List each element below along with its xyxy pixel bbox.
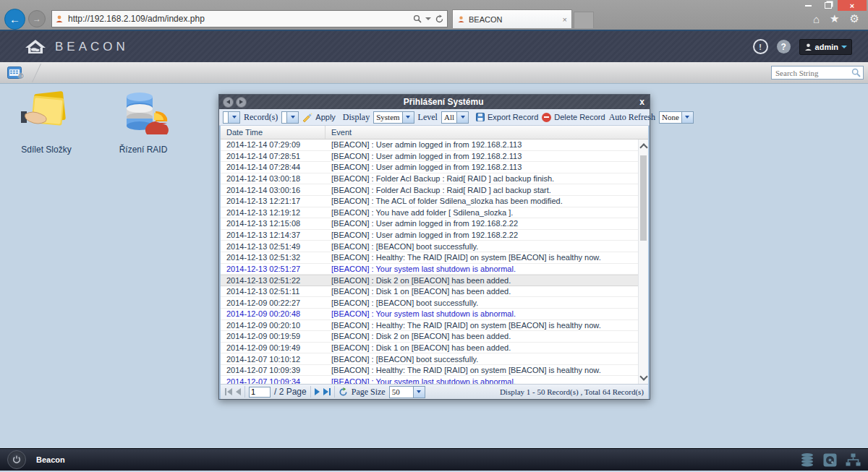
cell-event: [BEACON] : Healthy: The RAID [RAID] on s… xyxy=(326,252,638,263)
cell-date-time: 2014-12-13 02:51:22 xyxy=(221,275,326,286)
forward-button[interactable]: → xyxy=(28,10,46,27)
cell-date-time: 2014-12-09 00:22:27 xyxy=(221,297,326,308)
search-icon[interactable] xyxy=(413,14,422,23)
screen: × ← → BEACON × ⌂ ★ xyxy=(0,0,868,472)
refresh-icon[interactable] xyxy=(435,14,444,24)
table-row[interactable]: 2014-12-09 00:20:48[BEACON] : Your syste… xyxy=(221,309,638,320)
network-share-icon[interactable] xyxy=(846,453,861,467)
filter-value-combo[interactable] xyxy=(281,111,299,124)
export-record-button[interactable]: Export Record xyxy=(476,113,538,121)
vertical-scrollbar[interactable] xyxy=(638,140,648,384)
cell-event: [BEACON] : Healthy: The RAID [RAID] on s… xyxy=(326,365,638,376)
table-row[interactable]: 2014-12-09 00:19:59[BEACON] : Disk 2 on … xyxy=(221,331,638,343)
new-tab-stub[interactable] xyxy=(574,12,594,28)
display-combo[interactable]: System xyxy=(373,111,414,124)
cell-date-time: 2014-12-09 00:20:10 xyxy=(221,320,326,331)
table-row[interactable]: 2014-12-14 03:00:16[BEACON] : Folder Acl… xyxy=(221,184,638,196)
storage-stack-icon[interactable] xyxy=(800,452,814,467)
scrollbar-thumb[interactable] xyxy=(640,155,647,241)
raid-database-icon xyxy=(118,90,169,134)
apply-button[interactable]: Apply xyxy=(302,113,336,122)
home-icon[interactable]: ⌂ xyxy=(813,13,820,25)
table-row[interactable]: 2014-12-07 10:10:12[BEACON] : [BEACON] b… xyxy=(221,353,638,365)
auto-refresh-combo[interactable]: None xyxy=(659,111,694,124)
table-row[interactable]: 2014-12-07 10:09:34[BEACON] : Your syste… xyxy=(221,376,638,384)
page-number-input[interactable] xyxy=(249,387,271,398)
table-row[interactable]: 2014-12-13 02:51:22[BEACON] : Disk 2 on … xyxy=(221,275,638,286)
task-divider xyxy=(32,64,41,82)
dialog-back-icon[interactable] xyxy=(223,97,234,108)
table-row[interactable]: 2014-12-14 07:28:44[BEACON] : User admin… xyxy=(221,162,638,173)
column-header-date-time[interactable]: Date Time xyxy=(221,126,326,139)
table-row[interactable]: 2014-12-09 00:19:49[BEACON] : Disk 1 on … xyxy=(221,343,638,354)
table-row[interactable]: 2014-12-07 10:09:39[BEACON] : Healthy: T… xyxy=(221,365,638,377)
url-input[interactable] xyxy=(67,13,413,25)
search-input[interactable] xyxy=(774,68,851,78)
settings-gear-icon[interactable]: ⚙ xyxy=(850,12,859,25)
header-actions: ! ? admin xyxy=(753,39,861,55)
search-icon[interactable] xyxy=(851,68,861,77)
chevron-down-icon[interactable] xyxy=(402,112,414,123)
table-row[interactable]: 2014-12-09 00:20:10[BEACON] : Healthy: T… xyxy=(221,320,638,332)
system-alert-icon[interactable]: ! xyxy=(753,39,768,54)
delete-record-label: Delete Record xyxy=(554,113,605,121)
table-row[interactable]: 2014-12-13 12:21:17[BEACON] : The ACL of… xyxy=(221,196,638,207)
chevron-down-icon[interactable] xyxy=(286,112,298,123)
chevron-down-icon[interactable] xyxy=(228,112,239,123)
taskbar-log-window-item[interactable]: ⚙ xyxy=(4,63,32,82)
delete-record-button[interactable]: Delete Record xyxy=(542,113,605,122)
table-row[interactable]: 2014-12-13 12:15:08[BEACON] : User admin… xyxy=(221,218,638,230)
cell-date-time: 2014-12-09 00:19:49 xyxy=(221,343,326,353)
desktop-icon-raid[interactable]: Řízení RAID xyxy=(107,88,179,155)
dialog-close-icon[interactable]: x xyxy=(638,97,646,107)
chevron-down-icon[interactable] xyxy=(456,112,468,123)
cell-event: [BEACON] : User admin logged in from 192… xyxy=(326,230,638,241)
favicon-person-icon xyxy=(55,14,64,23)
table-row[interactable]: 2014-12-13 12:14:37[BEACON] : User admin… xyxy=(221,230,638,241)
dialog-forward-icon[interactable] xyxy=(236,97,247,108)
hard-disk-icon[interactable] xyxy=(823,453,837,467)
table-row[interactable]: 2014-12-13 02:51:49[BEACON] : [BEACON] b… xyxy=(221,241,638,252)
dialog-toolbar: Record(s) Apply Display System Level All… xyxy=(219,109,650,126)
first-page-button[interactable] xyxy=(225,388,232,395)
admin-menu[interactable]: admin xyxy=(799,39,852,55)
filter-field-combo[interactable] xyxy=(223,111,240,124)
browser-chrome: × ← → BEACON × ⌂ ★ xyxy=(0,0,868,31)
footer-label: Beacon xyxy=(36,455,65,464)
delete-icon xyxy=(542,113,551,122)
page-size-combo[interactable]: 50 xyxy=(389,386,425,398)
cell-date-time: 2014-12-13 02:51:27 xyxy=(221,264,326,275)
table-row[interactable]: 2014-12-13 02:51:27[BEACON] : Your syste… xyxy=(221,264,638,275)
power-button[interactable] xyxy=(7,450,26,469)
chevron-down-icon[interactable] xyxy=(413,387,425,398)
tab-close-icon[interactable]: × xyxy=(563,15,567,24)
level-combo[interactable]: All xyxy=(441,111,469,124)
search-box[interactable] xyxy=(771,66,864,80)
apply-label: Apply xyxy=(315,113,336,121)
next-page-button[interactable] xyxy=(315,388,320,395)
chevron-down-icon[interactable] xyxy=(425,17,431,20)
table-row[interactable]: 2014-12-13 12:19:12[BEACON] : You have a… xyxy=(221,207,638,219)
last-page-button[interactable] xyxy=(323,388,331,395)
table-row[interactable]: 2014-12-14 03:00:18[BEACON] : Folder Acl… xyxy=(221,173,638,185)
table-row[interactable]: 2014-12-13 02:51:11[BEACON] : Disk 1 on … xyxy=(221,286,638,298)
browser-tab[interactable]: BEACON × xyxy=(452,9,572,28)
table-row[interactable]: 2014-12-13 02:51:32[BEACON] : Healthy: T… xyxy=(221,252,638,264)
prev-page-button[interactable] xyxy=(236,388,241,395)
tab-favicon-person-icon xyxy=(457,15,465,23)
scroll-up-icon[interactable] xyxy=(639,141,648,151)
table-row[interactable]: 2014-12-14 07:29:09[BEACON] : User admin… xyxy=(221,140,638,151)
refresh-icon[interactable] xyxy=(339,387,348,397)
column-header-event[interactable]: Event xyxy=(326,126,648,139)
help-icon[interactable]: ? xyxy=(777,40,791,53)
table-row[interactable]: 2014-12-09 00:22:27[BEACON] : [BEACON] b… xyxy=(221,297,638,309)
back-button[interactable]: ← xyxy=(4,9,25,30)
dialog-titlebar[interactable]: Přihlášení Systému x xyxy=(219,95,650,109)
apply-icon xyxy=(302,113,312,122)
scroll-down-icon[interactable] xyxy=(639,372,648,382)
desktop-icon-shared-folders[interactable]: Sdílet Složky xyxy=(10,88,82,155)
chevron-down-icon[interactable] xyxy=(681,112,693,123)
table-row[interactable]: 2014-12-14 07:28:51[BEACON] : User admin… xyxy=(221,151,638,163)
favorites-star-icon[interactable]: ★ xyxy=(830,12,839,25)
address-bar[interactable] xyxy=(51,10,448,27)
